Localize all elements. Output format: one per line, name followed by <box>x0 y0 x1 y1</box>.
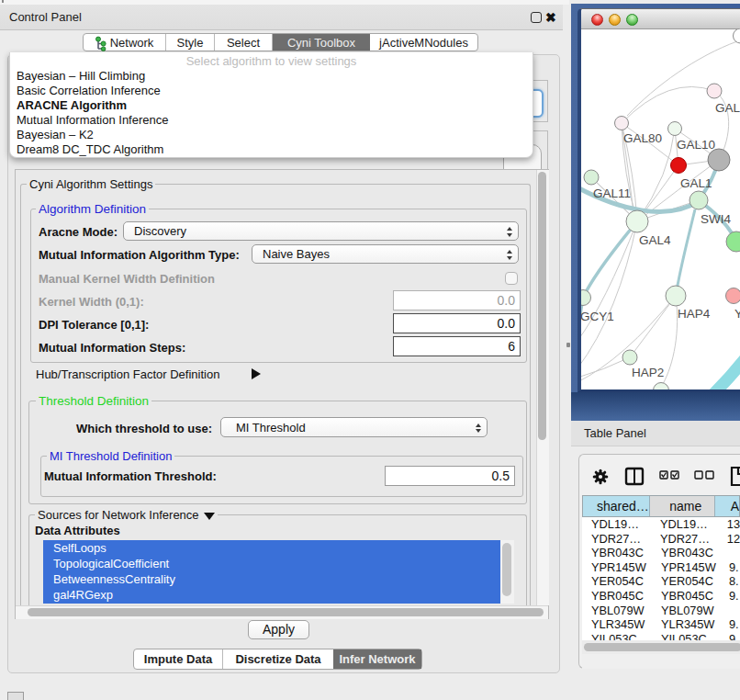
svg-text:GAL80: GAL80 <box>623 131 662 145</box>
svg-text:SWI4: SWI4 <box>701 212 731 226</box>
svg-text:GCY1: GCY1 <box>580 310 614 323</box>
svg-text:HAP2: HAP2 <box>632 366 664 379</box>
svg-text:HAP4: HAP4 <box>678 307 711 321</box>
svg-text:GAL10: GAL10 <box>677 138 715 152</box>
svg-text:Y: Y <box>734 307 740 321</box>
svg-text:GAL4: GAL4 <box>639 233 671 247</box>
svg-text:GAL: GAL <box>715 101 740 115</box>
svg-text:GAL11: GAL11 <box>593 186 631 200</box>
svg-text:GAL1: GAL1 <box>680 176 712 190</box>
